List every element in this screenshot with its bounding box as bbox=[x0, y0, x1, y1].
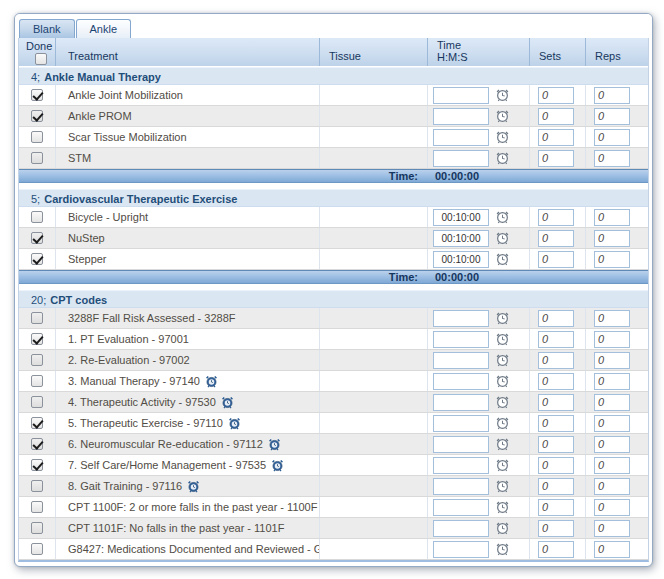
time-input[interactable] bbox=[433, 541, 489, 558]
reps-input[interactable] bbox=[594, 415, 630, 432]
time-input[interactable] bbox=[433, 87, 489, 104]
time-input[interactable] bbox=[433, 352, 489, 369]
time-input[interactable] bbox=[433, 150, 489, 167]
reps-input[interactable] bbox=[594, 352, 630, 369]
select-all-checkbox[interactable] bbox=[35, 53, 47, 65]
alarm-clock-icon[interactable] bbox=[495, 458, 510, 472]
done-checkbox[interactable] bbox=[31, 89, 43, 101]
reps-input[interactable] bbox=[594, 478, 630, 495]
alarm-clock-icon[interactable] bbox=[495, 374, 510, 388]
alarm-clock-icon[interactable] bbox=[495, 311, 510, 325]
reps-input[interactable] bbox=[594, 373, 630, 390]
done-checkbox[interactable] bbox=[31, 480, 43, 492]
timer-clock-icon[interactable] bbox=[271, 459, 284, 472]
reps-input[interactable] bbox=[594, 87, 630, 104]
tab-ankle[interactable]: Ankle bbox=[76, 19, 132, 38]
done-checkbox[interactable] bbox=[31, 543, 43, 555]
time-input[interactable] bbox=[433, 310, 489, 327]
reps-input[interactable] bbox=[594, 150, 630, 167]
done-checkbox[interactable] bbox=[31, 438, 43, 450]
time-input[interactable] bbox=[433, 209, 489, 226]
time-input[interactable] bbox=[433, 373, 489, 390]
alarm-clock-icon[interactable] bbox=[495, 210, 510, 224]
alarm-clock-icon[interactable] bbox=[495, 395, 510, 409]
time-input[interactable] bbox=[433, 436, 489, 453]
sets-input[interactable] bbox=[538, 541, 574, 558]
done-checkbox[interactable] bbox=[31, 110, 43, 122]
alarm-clock-icon[interactable] bbox=[495, 231, 510, 245]
sets-input[interactable] bbox=[538, 436, 574, 453]
time-input[interactable] bbox=[433, 457, 489, 474]
done-checkbox[interactable] bbox=[31, 459, 43, 471]
time-input[interactable] bbox=[433, 499, 489, 516]
timer-clock-icon[interactable] bbox=[228, 417, 241, 430]
sets-input[interactable] bbox=[538, 331, 574, 348]
done-checkbox[interactable] bbox=[31, 253, 43, 265]
reps-input[interactable] bbox=[594, 457, 630, 474]
sets-input[interactable] bbox=[538, 230, 574, 247]
time-input[interactable] bbox=[433, 478, 489, 495]
tab-blank[interactable]: Blank bbox=[19, 19, 75, 38]
sets-input[interactable] bbox=[538, 87, 574, 104]
done-checkbox[interactable] bbox=[31, 333, 43, 345]
reps-input[interactable] bbox=[594, 209, 630, 226]
reps-input[interactable] bbox=[594, 108, 630, 125]
sets-input[interactable] bbox=[538, 150, 574, 167]
timer-clock-icon[interactable] bbox=[205, 375, 218, 388]
alarm-clock-icon[interactable] bbox=[495, 500, 510, 514]
done-checkbox[interactable] bbox=[31, 312, 43, 324]
done-checkbox[interactable] bbox=[31, 232, 43, 244]
sets-input[interactable] bbox=[538, 209, 574, 226]
alarm-clock-icon[interactable] bbox=[495, 521, 510, 535]
done-checkbox[interactable] bbox=[31, 375, 43, 387]
time-input[interactable] bbox=[433, 331, 489, 348]
sets-input[interactable] bbox=[538, 310, 574, 327]
timer-clock-icon[interactable] bbox=[187, 480, 200, 493]
reps-input[interactable] bbox=[594, 520, 630, 537]
sets-input[interactable] bbox=[538, 129, 574, 146]
timer-clock-icon[interactable] bbox=[221, 396, 234, 409]
reps-input[interactable] bbox=[594, 499, 630, 516]
alarm-clock-icon[interactable] bbox=[495, 130, 510, 144]
sets-input[interactable] bbox=[538, 373, 574, 390]
alarm-clock-icon[interactable] bbox=[495, 437, 510, 451]
done-checkbox[interactable] bbox=[31, 522, 43, 534]
alarm-clock-icon[interactable] bbox=[495, 479, 510, 493]
reps-input[interactable] bbox=[594, 129, 630, 146]
alarm-clock-icon[interactable] bbox=[495, 353, 510, 367]
time-input[interactable] bbox=[433, 129, 489, 146]
done-checkbox[interactable] bbox=[31, 211, 43, 223]
sets-input[interactable] bbox=[538, 520, 574, 537]
reps-input[interactable] bbox=[594, 310, 630, 327]
sets-input[interactable] bbox=[538, 394, 574, 411]
done-checkbox[interactable] bbox=[31, 131, 43, 143]
done-checkbox[interactable] bbox=[31, 354, 43, 366]
reps-input[interactable] bbox=[594, 251, 630, 268]
time-input[interactable] bbox=[433, 520, 489, 537]
sets-input[interactable] bbox=[538, 415, 574, 432]
time-input[interactable] bbox=[433, 394, 489, 411]
time-input[interactable] bbox=[433, 108, 489, 125]
reps-input[interactable] bbox=[594, 331, 630, 348]
sets-input[interactable] bbox=[538, 108, 574, 125]
alarm-clock-icon[interactable] bbox=[495, 542, 510, 556]
timer-clock-icon[interactable] bbox=[268, 438, 281, 451]
done-checkbox[interactable] bbox=[31, 501, 43, 513]
reps-input[interactable] bbox=[594, 436, 630, 453]
reps-input[interactable] bbox=[594, 541, 630, 558]
done-checkbox[interactable] bbox=[31, 152, 43, 164]
reps-input[interactable] bbox=[594, 394, 630, 411]
done-checkbox[interactable] bbox=[31, 396, 43, 408]
alarm-clock-icon[interactable] bbox=[495, 151, 510, 165]
alarm-clock-icon[interactable] bbox=[495, 88, 510, 102]
alarm-clock-icon[interactable] bbox=[495, 332, 510, 346]
time-input[interactable] bbox=[433, 251, 489, 268]
alarm-clock-icon[interactable] bbox=[495, 416, 510, 430]
sets-input[interactable] bbox=[538, 457, 574, 474]
alarm-clock-icon[interactable] bbox=[495, 109, 510, 123]
sets-input[interactable] bbox=[538, 352, 574, 369]
sets-input[interactable] bbox=[538, 499, 574, 516]
done-checkbox[interactable] bbox=[31, 417, 43, 429]
time-input[interactable] bbox=[433, 230, 489, 247]
sets-input[interactable] bbox=[538, 251, 574, 268]
